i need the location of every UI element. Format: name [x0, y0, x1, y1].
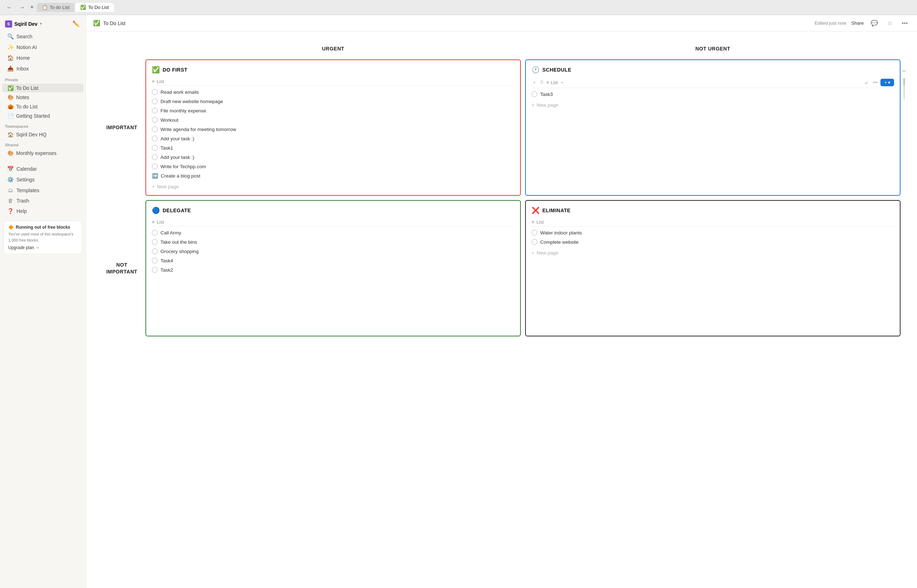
favorite-button[interactable]: ☆	[885, 19, 894, 27]
minus-button[interactable]: −	[900, 66, 908, 77]
task-item: Write for Techpp.com	[152, 162, 514, 171]
sidebar-item-search[interactable]: 🔍 Search	[2, 31, 83, 42]
task-checkbox[interactable]	[152, 267, 157, 273]
schedule-header: 🕐 SCHEDULE	[531, 66, 894, 74]
task-checkbox[interactable]	[152, 99, 157, 104]
sidebar-item-inbox[interactable]: 📥 Inbox	[2, 64, 83, 74]
sidebar-item-notion-ai[interactable]: ✨ Notion AI	[2, 42, 83, 52]
row-label-not-important: NOT IMPORTANT	[100, 198, 143, 339]
upgrade-box: 🔶 Running out of free blocks You've used…	[3, 221, 82, 254]
link-button[interactable]: ↙	[863, 79, 870, 86]
task-checkbox[interactable]	[531, 239, 537, 245]
main-content: ✅ To Do List Edited just now Share 💬 ☆ •…	[86, 15, 917, 588]
sidebar-item-monthly-expenses[interactable]: 🎨 Monthly expenses	[2, 149, 83, 157]
share-button[interactable]: Share	[851, 20, 864, 26]
delegate-title: DELEGATE	[163, 208, 191, 213]
new-tab-button[interactable]: +	[30, 3, 34, 11]
task-checkbox[interactable]	[152, 117, 157, 123]
task-checkbox[interactable]	[152, 145, 157, 151]
task-label: Write for Techpp.com	[160, 164, 206, 169]
task-label: Add your task :)	[160, 155, 194, 160]
task-item: Write agenda for meeting tomorrow	[152, 124, 514, 134]
schedule-list-toolbar: + ⠿ ≡ List + ↙ ••• + ▾	[531, 77, 894, 88]
add-blue-button[interactable]: + ▾	[880, 79, 894, 86]
getting-started-icon: 📄	[7, 113, 14, 119]
plus-icon: +	[152, 184, 155, 189]
task-item: Task4	[152, 256, 514, 265]
sidebar-item-todo-list[interactable]: ✅ To Do List	[2, 84, 83, 92]
add-item-button[interactable]: +	[559, 79, 565, 86]
sidebar-item-notes[interactable]: 🎨 Notes	[2, 93, 83, 102]
scrollbar-thumb	[903, 78, 905, 85]
tab-icon-2: ✅	[80, 5, 86, 10]
tab-todo-list-1[interactable]: 📋 To do List	[37, 3, 75, 12]
page-content: URGENT NOT URGENT IMPORTANT ✅ DO FIRST ≡…	[86, 31, 917, 588]
task-checkbox[interactable]	[152, 89, 157, 95]
workspace-avatar: S	[5, 20, 12, 27]
task-checkbox[interactable]	[152, 154, 157, 160]
page-status-icon: ✅	[93, 20, 100, 26]
sidebar-item-getting-started[interactable]: 📄 Getting Started	[2, 111, 83, 120]
task-checkbox[interactable]	[152, 239, 157, 245]
do-first-list-label: ≡ List	[152, 77, 514, 86]
sidebar-item-templates[interactable]: 🗂 Templates	[2, 186, 83, 195]
task-item: Draft new website homepage	[152, 97, 514, 106]
upgrade-link[interactable]: Upgrade plan →	[8, 245, 39, 250]
task-label: Water indoor plants	[540, 230, 582, 236]
eliminate-new-page[interactable]: + New page	[531, 248, 894, 255]
add-block-button[interactable]: +	[531, 79, 537, 86]
task-item: Task2	[152, 265, 514, 275]
task-checkbox[interactable]	[152, 230, 157, 236]
task-checkbox[interactable]	[531, 91, 537, 97]
task-item: Take out the bins	[152, 237, 514, 247]
sidebar-item-todo-list-2[interactable]: 🎃 To do List	[2, 102, 83, 111]
do-first-header: ✅ DO FIRST	[152, 66, 514, 74]
tab-todo-list-2[interactable]: ✅ To Do List	[75, 3, 114, 12]
forward-button[interactable]: →	[17, 3, 27, 11]
sidebar-item-home[interactable]: 🏠 Home	[2, 53, 83, 63]
task-checkbox[interactable]	[152, 136, 157, 141]
sidebar-item-help[interactable]: ❓ Help	[2, 206, 83, 216]
task-checkbox[interactable]	[152, 258, 157, 263]
task-checkbox[interactable]	[152, 126, 157, 132]
task-checkbox[interactable]	[152, 248, 157, 254]
todo-list-2-icon: 🎃	[7, 104, 14, 110]
task-item: Grocery shopping	[152, 247, 514, 256]
do-first-icon: ✅	[152, 66, 160, 74]
shared-section-label: Shared	[0, 139, 86, 149]
sidebar-item-trash[interactable]: 🗑 Trash	[2, 196, 83, 205]
upgrade-icon: 🔶	[8, 225, 14, 230]
task-item: ➡️ Create a blog post	[152, 171, 514, 180]
comment-button[interactable]: 💬	[868, 19, 880, 27]
more-options-button[interactable]: •••	[899, 19, 910, 27]
sidebar-item-calendar[interactable]: 📅 Calendar	[2, 164, 83, 174]
search-icon: 🔍	[7, 33, 14, 40]
schedule-title: SCHEDULE	[542, 67, 571, 73]
edited-status: Edited just now	[815, 20, 846, 26]
task-checkbox[interactable]	[152, 163, 157, 169]
task-checkbox[interactable]	[152, 108, 157, 113]
tab-label-2: To Do List	[88, 5, 109, 10]
more-button[interactable]: •••	[872, 79, 880, 86]
settings-icon: ⚙️	[7, 176, 14, 183]
back-button[interactable]: ←	[4, 3, 15, 11]
schedule-new-page[interactable]: + New page	[531, 100, 894, 108]
sidebar-item-settings[interactable]: ⚙️ Settings	[2, 174, 83, 185]
browser-chrome: ← → + 📋 To do List ✅ To Do List	[0, 0, 917, 15]
task-label: Add your task :)	[160, 136, 194, 141]
drag-handle[interactable]: ⠿	[539, 79, 545, 86]
home-icon: 🏠	[7, 55, 14, 61]
page-title: To Do List	[103, 20, 125, 26]
delegate-icon: 🔵	[152, 207, 160, 214]
workspace-name[interactable]: S Sqiril Dev ▾	[5, 20, 42, 27]
task-checkbox[interactable]	[531, 230, 537, 236]
do-first-card: ✅ DO FIRST ≡ List Read work emails Draft…	[146, 60, 521, 196]
topbar-right: Edited just now Share 💬 ☆ •••	[815, 19, 910, 27]
help-icon: ❓	[7, 208, 14, 214]
sidebar-item-sqiril-dev-hq[interactable]: 🏠 Sqiril Dev HQ	[2, 130, 83, 139]
sidebar: S Sqiril Dev ▾ ✏️ 🔍 Search ✨ Notion AI 🏠…	[0, 15, 86, 588]
do-first-title: DO FIRST	[163, 67, 187, 73]
private-section-label: Private	[0, 74, 86, 83]
new-page-icon-button[interactable]: ✏️	[71, 19, 81, 28]
do-first-new-page[interactable]: + New page	[152, 182, 514, 189]
